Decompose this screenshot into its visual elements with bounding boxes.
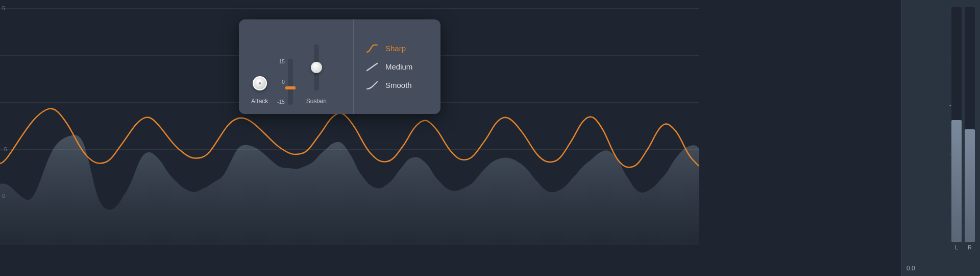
vu-fill-l	[951, 120, 962, 242]
medium-curve-icon	[365, 61, 379, 73]
vu-label-l: L	[955, 244, 958, 250]
sustain-slider-thumb-wrapper	[311, 62, 322, 73]
vu-channel-r: R	[965, 7, 975, 250]
scale-slider-group: 15 0 -15	[277, 59, 292, 105]
popup-panel: Attack 15 0 -15 Sustain	[239, 19, 440, 114]
scale-top: 15	[277, 59, 284, 64]
options-section: Sharp Medium Smooth	[354, 19, 440, 114]
option-sharp[interactable]: Sharp	[365, 43, 429, 54]
attack-slider-track[interactable]	[288, 59, 293, 105]
sustain-slider-container	[314, 44, 319, 90]
smooth-label: Smooth	[385, 81, 412, 89]
option-medium[interactable]: Medium	[365, 61, 429, 73]
attack-group: Attack	[251, 76, 268, 105]
medium-label: Medium	[385, 62, 412, 71]
sustain-group: Sustain	[306, 44, 327, 105]
sustain-slider-track[interactable]	[314, 44, 319, 90]
scale-labels: 15 0 -15	[277, 59, 284, 105]
scale-bot: -15	[277, 99, 284, 105]
attack-label: Attack	[251, 98, 268, 105]
attack-knob[interactable]	[253, 76, 267, 90]
vu-bars: L R	[951, 7, 975, 258]
vu-panel: -20 -30 -40 -50 -Inf L R 0.0	[901, 0, 980, 276]
smooth-curve-icon	[365, 80, 379, 91]
sharp-curve-icon	[365, 43, 379, 54]
scale-mid: 0	[277, 79, 284, 85]
sharp-label: Sharp	[385, 44, 406, 53]
vu-bar-r	[965, 7, 975, 242]
attack-slider-thumb	[285, 86, 296, 89]
sustain-label: Sustain	[306, 98, 327, 105]
vu-value: 0.0	[906, 265, 915, 272]
option-smooth[interactable]: Smooth	[365, 80, 429, 91]
sliders-section: Attack 15 0 -15 Sustain	[239, 19, 354, 114]
vu-fill-r	[965, 129, 975, 242]
vu-label-r: R	[968, 244, 972, 250]
sustain-slider-thumb	[311, 62, 322, 73]
vu-bar-l	[951, 7, 962, 242]
vu-channel-l: L	[951, 7, 962, 250]
